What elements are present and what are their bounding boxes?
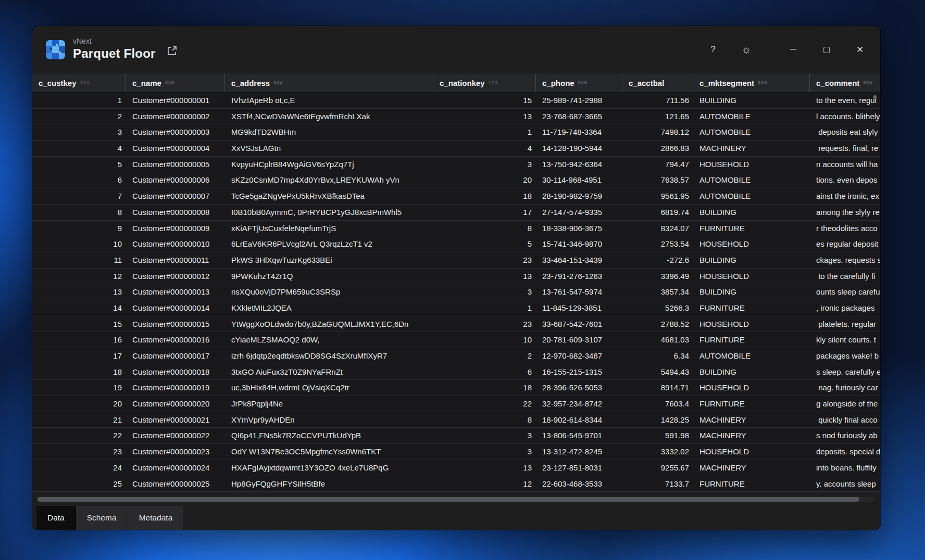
cell-c_comment: r theodolites acco — [810, 221, 880, 236]
cell-c_acctbal: 7603.4 — [622, 396, 693, 412]
cell-c_comment: g alongside of the — [810, 396, 880, 412]
column-name: c_address — [231, 79, 270, 87]
table-row[interactable]: 21Customer#000000021XYmVpr9yAHDEn818-902… — [32, 412, 880, 428]
cell-c_name: Customer#000000020 — [126, 396, 225, 412]
cell-c_acctbal: 591.98 — [622, 428, 693, 443]
table-row[interactable]: 15Customer#000000015YtWggXoOLdwdo7b0y,BZ… — [32, 316, 880, 333]
column-header-c_custkey[interactable]: c_custkey123 — [32, 73, 126, 92]
cell-c_acctbal: 9255.67 — [622, 460, 693, 476]
maximize-button[interactable]: ▢ — [818, 41, 835, 58]
column-header-c_mktsegment[interactable]: c_mktsegmentRAW — [693, 73, 810, 92]
column-header-c_phone[interactable]: c_phoneRAW — [536, 73, 622, 92]
table-row[interactable]: 19Customer#000000019uc,3bHIx84H,wdrmLOjV… — [32, 380, 880, 396]
minimize-button[interactable]: ─ — [784, 41, 802, 58]
cell-c_phone: 33-464-151-3439 — [536, 252, 622, 268]
table-row[interactable]: 17Customer#000000017izrh 6jdqtp2eqdtbksw… — [32, 348, 880, 364]
cell-c_mktsegment: AUTOMOBILE — [693, 348, 810, 364]
cell-c_mktsegment: AUTOMOBILE — [693, 172, 810, 188]
open-external-icon[interactable] — [166, 45, 178, 57]
cell-c_mktsegment: HOUSEHOLD — [693, 444, 810, 460]
help-button[interactable]: ? — [704, 41, 722, 58]
table-row[interactable]: 25Customer#000000025Hp8GyFQgGHFYSilH5tBf… — [32, 476, 880, 492]
cell-c_comment: to the carefully fi — [810, 269, 880, 284]
cell-c_comment: tions. even depos — [810, 172, 880, 188]
cell-c_mktsegment: HOUSEHOLD — [693, 236, 810, 252]
column-header-c_acctbal[interactable]: c_acctbal — [622, 73, 693, 92]
column-header-c_name[interactable]: c_nameRAW — [126, 73, 225, 92]
table-body: 1Customer#000000001IVhzIApeRb ot,c,E1525… — [32, 93, 880, 492]
close-button[interactable]: ✕ — [851, 41, 869, 58]
cell-c_name: Customer#000000016 — [126, 332, 225, 348]
cell-c_custkey: 22 — [32, 428, 126, 443]
cell-c_phone: 23-791-276-1263 — [536, 269, 622, 284]
table-row[interactable]: 2Customer#000000002XSTf4,NCwDVaWNe6tEgvw… — [32, 109, 880, 125]
cell-c_mktsegment: FURNITURE — [693, 300, 810, 316]
table-row[interactable]: 6Customer#000000006sKZz0CsnMD7mp4Xd0YrBv… — [32, 172, 880, 188]
table-row[interactable]: 9Customer#000000009xKiAFTjUsCuxfeleNqefu… — [32, 221, 880, 237]
cell-c_name: Customer#000000010 — [126, 236, 225, 252]
title-bar[interactable]: vNext Parquet Floor ? ☼ ─ ▢ ✕ — [32, 26, 880, 73]
table-row[interactable]: 13Customer#000000013nsXQu0oVjD7PM659uC3S… — [32, 284, 880, 300]
table-row[interactable]: 16Customer#000000016cYiaeMLZSMAOQ2 d0W,1… — [32, 332, 880, 348]
cell-c_comment: requests. final, re — [810, 141, 880, 156]
theme-toggle-icon[interactable]: ☼ — [738, 41, 755, 58]
cell-c_phone: 32-957-234-8742 — [536, 396, 622, 412]
table-row[interactable]: 14Customer#000000014KXkletMIL2JQEA111-84… — [32, 300, 880, 316]
cell-c_phone: 23-127-851-8031 — [536, 460, 622, 476]
cell-c_name: Customer#000000017 — [126, 348, 225, 364]
app-window: vNext Parquet Floor ? ☼ ─ ▢ ✕ c_custkey1… — [32, 26, 880, 530]
vertical-scrollbar-thumb[interactable] — [873, 95, 877, 99]
cell-c_address: KvpyuHCplrB84WgAiGV6sYpZq7Tj — [225, 157, 433, 172]
column-header-c_address[interactable]: c_addressRAW — [225, 73, 433, 92]
table-row[interactable]: 18Customer#0000000183txGO AiuFux3zT0Z9NY… — [32, 364, 880, 380]
tab-data[interactable]: Data — [36, 506, 76, 530]
cell-c_acctbal: 9561.95 — [622, 188, 693, 204]
table-row[interactable]: 3Customer#000000003MG9kdTD2WBHm111-719-7… — [32, 124, 880, 141]
table-row[interactable]: 24Customer#000000024HXAFgIAyjxtdqwimt13Y… — [32, 460, 880, 476]
table-row[interactable]: 10Customer#0000000106LrEaV6KR6PLVcgl2ArL… — [32, 236, 880, 252]
table-row[interactable]: 1Customer#000000001IVhzIApeRb ot,c,E1525… — [32, 93, 880, 109]
table-row[interactable]: 23Customer#000000023OdY W13N7Be3OC5Mpgfm… — [32, 444, 880, 460]
table-row[interactable]: 8Customer#000000008I0B10bB0AymmC, 0PrRYB… — [32, 205, 880, 221]
column-name: c_mktsegment — [699, 79, 754, 87]
cell-c_address: uc,3bHIx84H,wdrmLOjVsiqXCq2tr — [225, 380, 433, 396]
cell-c_mktsegment: HOUSEHOLD — [693, 380, 810, 396]
cell-c_address: 6LrEaV6KR6PLVcgl2ArL Q3rqzLzcT1 v2 — [225, 236, 433, 252]
tab-schema[interactable]: Schema — [76, 506, 128, 530]
cell-c_name: Customer#000000014 — [126, 300, 225, 316]
cell-c_name: Customer#000000018 — [126, 364, 225, 380]
window-controls: ? ☼ ─ ▢ ✕ — [704, 26, 880, 73]
cell-c_acctbal: 2753.54 — [622, 236, 693, 252]
table-row[interactable]: 7Customer#000000007TcGe5gaZNgVePxU5kRrvX… — [32, 188, 880, 205]
table-row[interactable]: 20Customer#000000020JrPk8Pqplj4Ne2232-95… — [32, 396, 880, 412]
cell-c_phone: 13-312-472-8245 — [536, 444, 622, 460]
cell-c_comment: ainst the ironic, ex — [810, 188, 880, 204]
page-title: Parquet Floor — [73, 47, 156, 60]
cell-c_name: Customer#000000011 — [126, 252, 225, 268]
column-header-c_comment[interactable]: c_commentRAW — [810, 73, 880, 92]
cell-c_name: Customer#000000003 — [126, 124, 225, 140]
column-name: c_custkey — [39, 79, 77, 87]
column-type-badge: RAW — [165, 80, 174, 85]
cell-c_phone: 25-989-741-2988 — [536, 93, 622, 108]
column-type-badge: RAW — [578, 80, 588, 85]
cell-c_comment: nag. furiously car — [810, 380, 880, 396]
cell-c_mktsegment: FURNITURE — [693, 221, 810, 236]
cell-c_name: Customer#000000019 — [126, 380, 225, 396]
horizontal-scrollbar-thumb[interactable] — [38, 497, 859, 502]
table-row[interactable]: 4Customer#000000004XxVSJsLAGtn414-128-19… — [32, 141, 880, 157]
column-header-c_nationkey[interactable]: c_nationkey123 — [433, 73, 536, 92]
cell-c_name: Customer#000000005 — [126, 157, 225, 172]
table-row[interactable]: 11Customer#000000011PkWS 3HlXqwTuzrKg633… — [32, 252, 880, 269]
cell-c_name: Customer#000000024 — [126, 460, 225, 476]
table-row[interactable]: 12Customer#0000000129PWKuhzT4Zr1Q1323-79… — [32, 269, 880, 285]
cell-c_comment: platelets. regular — [810, 316, 880, 332]
table-row[interactable]: 5Customer#000000005KvpyuHCplrB84WgAiGV6s… — [32, 157, 880, 173]
cell-c_address: MG9kdTD2WBHm — [225, 124, 433, 140]
table-row[interactable]: 22Customer#000000022QI6p41,FNs5k7RZoCCVP… — [32, 428, 880, 444]
cell-c_phone: 18-338-906-3675 — [536, 221, 622, 236]
data-table: c_custkey123c_nameRAWc_addressRAWc_natio… — [32, 73, 880, 492]
horizontal-scrollbar[interactable] — [36, 497, 874, 502]
cell-c_comment: ckages. requests s — [810, 252, 880, 268]
tab-metadata[interactable]: Metadata — [128, 506, 184, 530]
